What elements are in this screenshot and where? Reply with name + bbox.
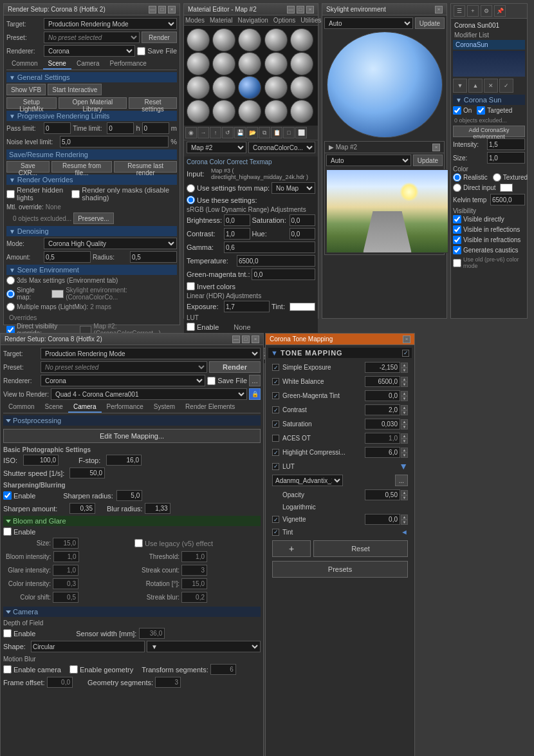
shape-input[interactable] <box>31 641 145 652</box>
bloom-intensity-input[interactable] <box>53 551 79 562</box>
tab-common-top[interactable]: Common <box>6 59 43 70</box>
target-select[interactable]: Production Rendering Mode <box>44 18 177 30</box>
denoising-select[interactable]: Corona High Quality <box>44 238 177 249</box>
tool-view1[interactable]: □ <box>283 127 295 138</box>
white-balance-down[interactable]: ▼ <box>401 382 408 387</box>
enable-sharpen-checkbox[interactable] <box>3 491 12 500</box>
mat-sphere-19[interactable] <box>264 100 288 123</box>
sensor-width-input[interactable] <box>139 628 165 639</box>
map2-auto-select[interactable]: Auto <box>326 155 411 166</box>
lut-select-dropdown[interactable]: Adanmq_Advantix_100 <box>272 475 343 486</box>
tab-camera-top[interactable]: Camera <box>71 59 105 70</box>
edit-tone-mapping-btn[interactable]: Edit Tone Mapping... <box>3 429 261 443</box>
render-button-top[interactable]: Render <box>142 32 177 43</box>
mat-sphere-10[interactable] <box>290 52 313 75</box>
map2-close[interactable]: × <box>432 144 440 151</box>
time-m-input[interactable] <box>142 122 169 134</box>
tone-mapping-enable-check[interactable] <box>402 350 409 357</box>
saturation-input[interactable] <box>290 214 315 226</box>
on-checkbox[interactable] <box>453 106 461 115</box>
aces-down[interactable]: ▼ <box>401 439 408 444</box>
save-cxr-btn[interactable]: Save CXR... <box>6 161 50 173</box>
preserve-btn[interactable]: Preserve... <box>73 213 113 224</box>
shape-select[interactable]: ▼ <box>147 641 261 652</box>
resume-file-btn[interactable]: Resume from file... <box>51 161 113 173</box>
simple-exposure-down[interactable]: ▼ <box>401 368 408 373</box>
hue-input[interactable] <box>290 228 316 240</box>
show-vfb-btn[interactable]: Show VFB <box>6 84 46 95</box>
aces-up[interactable]: ▲ <box>401 433 408 439</box>
corona-tool-2[interactable]: + <box>467 5 479 17</box>
lut-tone-check[interactable] <box>272 463 279 470</box>
tool-paste[interactable]: 📋 <box>271 127 282 138</box>
simple-exposure-check[interactable] <box>272 364 279 371</box>
simple-exposure-up[interactable]: ▲ <box>401 363 408 368</box>
3dsmax-radio[interactable] <box>6 276 15 285</box>
pass-input[interactable] <box>44 122 71 134</box>
saturation-up[interactable]: ▲ <box>401 419 408 424</box>
noise-input[interactable] <box>60 136 169 147</box>
corona-color-select[interactable]: CoronaColorCo... <box>248 142 315 153</box>
tool-load[interactable]: 📂 <box>246 127 258 138</box>
simple-exposure-input[interactable] <box>365 362 400 373</box>
highlight-input[interactable] <box>365 447 400 458</box>
lut-enable-checkbox[interactable] <box>187 323 195 331</box>
use-settings-radio[interactable] <box>187 184 195 193</box>
reset-button[interactable]: Reset <box>313 540 408 557</box>
add-corona-sky-btn[interactable]: Add CoronaSky environment <box>453 126 525 137</box>
rs-minimize[interactable]: — <box>232 335 240 343</box>
mat-sphere-20[interactable] <box>290 100 313 123</box>
contrast-down[interactable]: ▼ <box>401 410 408 415</box>
mat-sphere-4[interactable] <box>264 28 288 52</box>
gm-input[interactable] <box>252 269 315 280</box>
mat-sphere-6[interactable] <box>187 52 210 75</box>
size-item-input[interactable] <box>53 538 78 549</box>
rs-close[interactable]: × <box>252 335 259 343</box>
streak-count-input[interactable] <box>181 565 207 576</box>
minimize-button-top[interactable]: — <box>149 6 156 14</box>
fstop-input[interactable] <box>106 455 142 466</box>
gm-tint-input[interactable] <box>365 390 400 401</box>
temp-input[interactable] <box>237 255 315 267</box>
time-h-input[interactable] <box>107 122 134 134</box>
mat-sphere-9[interactable] <box>264 52 288 75</box>
plus-button[interactable]: + <box>272 540 311 557</box>
mat-maximize[interactable]: □ <box>297 6 304 14</box>
streak-blur-input[interactable] <box>181 592 207 603</box>
aces-check[interactable] <box>272 435 279 442</box>
vignette-up[interactable]: ▲ <box>401 515 408 520</box>
glare-intensity-input[interactable] <box>53 565 78 576</box>
mat-sphere-3[interactable] <box>238 28 261 52</box>
highlight-check[interactable] <box>272 449 279 456</box>
gm-tint-up[interactable]: ▲ <box>401 391 408 396</box>
skylight-close[interactable]: × <box>435 6 443 14</box>
rs-preset-select[interactable]: No preset selected <box>41 361 207 373</box>
threshold-input[interactable] <box>181 551 207 562</box>
tint-check[interactable] <box>272 529 279 536</box>
realistic-radio[interactable] <box>453 173 461 182</box>
preset-select[interactable]: No preset selected <box>44 32 140 43</box>
opacity-down[interactable]: ▼ <box>401 495 408 500</box>
setup-lightmix-btn[interactable]: Setup LightMix <box>6 97 57 109</box>
save-file-checkbox[interactable] <box>137 47 145 55</box>
gm-tint-check[interactable] <box>272 392 279 399</box>
menu-navigation[interactable]: Navigation <box>238 17 268 24</box>
mat-sphere-7[interactable] <box>212 52 235 75</box>
tone-mapping-close[interactable]: × <box>403 335 410 343</box>
gm-tint-down[interactable]: ▼ <box>401 396 408 401</box>
mat-sphere-8[interactable] <box>238 52 261 75</box>
mat-sphere-12[interactable] <box>212 76 235 99</box>
single-map-radio[interactable] <box>6 290 15 298</box>
tab-scene-bottom[interactable]: Scene <box>40 402 68 413</box>
map2-update-btn[interactable]: Update <box>413 155 443 166</box>
opacity-up[interactable]: ▲ <box>401 490 408 495</box>
legacy-checkbox[interactable] <box>134 539 143 547</box>
multiple-maps-radio[interactable] <box>6 303 15 311</box>
sharpen-amount-input[interactable] <box>69 503 95 514</box>
corona-tool-4[interactable]: 📌 <box>494 5 506 17</box>
contrast-input[interactable] <box>224 228 250 240</box>
panel-tool-c[interactable]: ✕ <box>484 79 498 93</box>
color-intensity-input[interactable] <box>53 578 78 589</box>
generates-caustics-checkbox[interactable] <box>453 246 461 254</box>
resume-last-btn[interactable]: Resume last render <box>114 161 177 173</box>
